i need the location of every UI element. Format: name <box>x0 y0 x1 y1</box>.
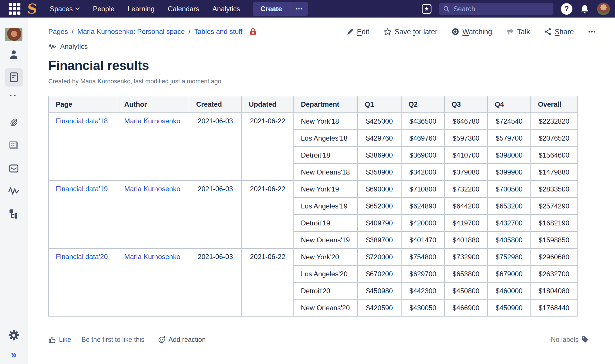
overall-cell: $1768440 <box>531 299 577 316</box>
user-avatar[interactable] <box>597 3 610 15</box>
overall-cell: $1479880 <box>531 164 577 181</box>
sidebar-item-profile[interactable] <box>5 45 23 64</box>
q2-cell: $629700 <box>401 265 444 282</box>
nav-item-people[interactable]: People <box>93 5 114 13</box>
sidebar-item-calendars[interactable] <box>5 159 23 177</box>
overall-cell: $1598850 <box>531 231 577 248</box>
breadcrumb-pages[interactable]: Pages <box>48 28 68 36</box>
page-link[interactable]: Financial data'19 <box>56 185 108 193</box>
starred-pages-icon[interactable]: ★ <box>422 4 431 14</box>
created-cell: 2021-06-03 <box>189 113 242 181</box>
overall-cell: $2232820 <box>531 113 577 130</box>
sidebar-item-attachments[interactable] <box>5 114 23 132</box>
nav-item-label: Spaces <box>50 5 73 13</box>
author-link[interactable]: Maria Kurnosenko <box>124 117 180 125</box>
q2-cell: $442300 <box>401 282 444 299</box>
help-icon[interactable]: ? <box>561 3 572 15</box>
column-header: Q3 <box>444 96 488 113</box>
analytics-wave-icon <box>48 43 56 50</box>
edit-button[interactable]: Edit <box>347 28 369 36</box>
search-icon <box>443 5 450 12</box>
like-button[interactable]: Like <box>48 336 71 344</box>
space-settings-gear-icon[interactable] <box>5 326 23 344</box>
column-header: Q4 <box>488 96 531 113</box>
tag-icon <box>581 336 589 344</box>
talk-button[interactable]: Talk <box>507 28 530 36</box>
q4-cell: $752980 <box>488 248 531 265</box>
q3-cell: $379080 <box>444 164 488 181</box>
edit-label: Edit <box>357 28 369 36</box>
column-header: Overall <box>531 96 577 113</box>
watching-button[interactable]: Watching <box>452 28 492 36</box>
breadcrumb-parent-page[interactable]: Tables and stuff <box>194 28 242 36</box>
author-link[interactable]: Maria Kurnosenko <box>124 185 180 193</box>
updated-cell: 2021-06-22 <box>242 248 294 316</box>
save-for-later-button[interactable]: Save for later <box>384 28 438 36</box>
notifications-bell-icon[interactable] <box>580 4 590 14</box>
page-link[interactable]: Financial data'18 <box>56 117 108 125</box>
restrictions-lock-icon[interactable] <box>249 27 257 36</box>
analytics-wave-icon <box>8 186 20 196</box>
nav-item-calendars[interactable]: Calendars <box>168 5 199 13</box>
help-glyph: ? <box>564 5 569 13</box>
page-actions: Edit Save for later Watching <box>347 28 596 36</box>
department-cell: New York'19 <box>294 181 358 198</box>
create-more-button[interactable]: ••• <box>290 2 308 16</box>
author-link[interactable]: Maria Kurnosenko <box>124 253 180 260</box>
like-label: Like <box>59 336 71 344</box>
breadcrumb-space[interactable]: Maria Kurnosenko: Personal space <box>77 28 185 36</box>
q1-cell: $690000 <box>358 181 401 198</box>
column-header: Q1 <box>358 96 401 113</box>
share-label: Share <box>555 28 574 36</box>
nav-item-analytics[interactable]: Analytics <box>213 5 240 13</box>
q4-cell: $405800 <box>488 231 531 248</box>
first-like-text: Be the first to like this <box>81 336 144 344</box>
q2-cell: $754800 <box>401 248 444 265</box>
nav-menu: Spaces People Learning Calendars Analyti… <box>50 5 240 13</box>
pages-icon <box>8 72 19 83</box>
q4-cell: $450900 <box>488 299 531 316</box>
created-cell: 2021-06-03 <box>189 181 242 248</box>
search-input[interactable] <box>453 5 549 13</box>
column-header: Department <box>294 96 358 113</box>
q2-cell: $369000 <box>401 147 444 164</box>
star-glyph: ★ <box>424 5 429 12</box>
share-button[interactable]: Share <box>544 28 574 36</box>
sidebar-item-pages[interactable] <box>5 68 23 87</box>
add-reaction-button[interactable]: Add reaction <box>158 336 206 344</box>
q4-cell: $679000 <box>488 265 531 282</box>
search-box[interactable] <box>439 3 553 15</box>
sidebar-item-reports[interactable] <box>5 136 23 155</box>
q3-cell: $732900 <box>444 248 488 265</box>
nav-left: S Spaces People Learning Calendars Analy… <box>9 2 308 16</box>
share-icon <box>544 28 551 35</box>
nav-item-spaces[interactable]: Spaces <box>50 5 80 13</box>
sidebar-item-analytics[interactable] <box>5 182 23 200</box>
overall-cell: $1682190 <box>531 214 577 231</box>
q1-cell: $652000 <box>358 198 401 214</box>
department-cell: New Orleans'19 <box>294 231 358 248</box>
q1-cell: $425000 <box>358 113 401 130</box>
page-link[interactable]: Financial data'20 <box>56 253 108 260</box>
space-avatar[interactable] <box>5 28 22 41</box>
table-row: Financial data'18Maria Kurnosenko2021-06… <box>49 113 577 130</box>
q1-cell: $420590 <box>358 299 401 316</box>
quote-icon: ” <box>9 95 19 105</box>
sidebar-item-blog[interactable]: ” <box>5 91 23 109</box>
nav-item-learning[interactable]: Learning <box>128 5 154 13</box>
more-actions-button[interactable]: ••• <box>588 28 596 35</box>
page-analytics-link[interactable]: Analytics <box>48 43 88 51</box>
labels-button[interactable]: No labels <box>551 336 589 344</box>
app-switcher-icon[interactable] <box>9 3 20 15</box>
person-icon <box>8 49 19 60</box>
newspaper-icon <box>8 140 19 151</box>
sidebar-item-page-tree[interactable] <box>5 204 23 223</box>
q2-cell: $342000 <box>401 164 444 181</box>
site-logo[interactable]: S <box>27 2 37 16</box>
q2-cell: $624890 <box>401 198 444 214</box>
expand-sidebar-icon[interactable]: » <box>5 346 23 364</box>
create-button[interactable]: Create <box>253 2 290 16</box>
add-reaction-label: Add reaction <box>169 336 206 344</box>
financial-table: PageAuthorCreatedUpdatedDepartmentQ1Q2Q3… <box>48 96 578 317</box>
q3-cell: $732200 <box>444 181 488 198</box>
